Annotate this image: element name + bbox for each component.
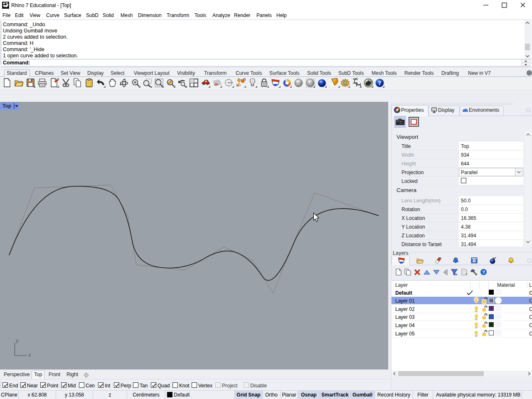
svg-text:?: ?	[473, 259, 475, 263]
svg-text:y: y	[16, 337, 19, 343]
svg-text:?: ?	[482, 270, 485, 275]
svg-text:x: x	[28, 352, 31, 358]
svg-text:?: ?	[378, 80, 382, 86]
